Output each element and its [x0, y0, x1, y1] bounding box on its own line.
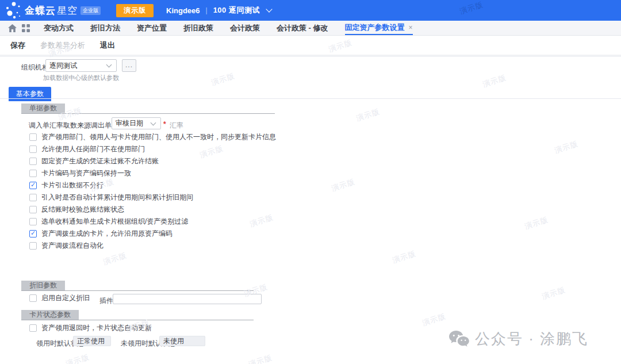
not-in-use-status-field: 未使用: [159, 336, 205, 346]
checkbox[interactable]: [29, 194, 37, 201]
checkbox[interactable]: [29, 206, 37, 213]
checkbox-row[interactable]: 资产领用部门、领用人与卡片使用部门、使用人不一致时，同步更新卡片信息: [29, 131, 276, 143]
tab-label: 变动方式: [44, 23, 74, 33]
plugin-input[interactable]: [113, 294, 262, 304]
custom-depreciation-row[interactable]: 启用自定义折旧: [29, 292, 90, 304]
tab-label: 折旧方法: [90, 23, 120, 33]
top-bar: 金蝶云 星空 企业版 演示版 Kingdee6 | 100 逐同测试: [0, 0, 621, 21]
product-name: Kingdee6: [166, 6, 200, 15]
checkbox-label: 选单收料通知单生成卡片根据组织/资产类别过滤: [41, 217, 188, 227]
checkbox-label: 卡片引出数据不分行: [41, 181, 103, 190]
checkbox-row[interactable]: 固定资产生成的凭证未过账不允许结账: [29, 155, 276, 167]
checkbox[interactable]: [29, 170, 37, 177]
demo-version-badge: 演示版: [116, 4, 154, 17]
exit-button[interactable]: 退出: [100, 40, 115, 51]
footer-brand: 公众号 · 涂鹏飞: [448, 329, 588, 349]
plugin-label: 插件: [99, 296, 113, 306]
rate-source-label: 调入单汇率取数来源调出单: [29, 121, 112, 131]
section-card-status-params: 卡片状态参数: [21, 310, 254, 320]
tab-label: 固定资产参数设置: [345, 22, 405, 33]
checkbox-label: 资产领用退回时，卡片状态自动更新: [41, 323, 152, 333]
tab-accounting-policy-edit[interactable]: 会计政策 - 修改: [277, 21, 328, 35]
checkbox[interactable]: [29, 324, 37, 332]
tab-bar: 变动方式 折旧方法 资产位置 折旧政策 会计政策 会计政策 - 修改 固定资产参…: [0, 21, 621, 36]
topbar-divider: |: [206, 6, 208, 14]
tab-asset-location[interactable]: 资产位置: [137, 21, 167, 35]
checkbox[interactable]: [29, 218, 37, 225]
app-window: 金蝶云 星空 企业版 演示版 Kingdee6 | 100 逐同测试: [0, 0, 621, 364]
checkbox-row[interactable]: 卡片引出数据不分行: [29, 179, 276, 191]
brand-bold: 金蝶云: [25, 4, 56, 17]
checkbox-label: 资产领用部门、领用人与卡片使用部门、使用人不一致时，同步更新卡片信息: [41, 132, 276, 142]
home-icon[interactable]: [8, 24, 17, 32]
chevron-down-icon: [151, 120, 156, 125]
save-button[interactable]: 保存: [10, 40, 25, 51]
tabbar-nav-icons: [8, 21, 30, 35]
in-use-status-field: 正常使用: [73, 336, 111, 346]
checkbox-row[interactable]: 资产调拨流程自动化: [29, 240, 276, 252]
tab-close-icon[interactable]: ×: [409, 24, 413, 32]
org-hint-text: 加载数据中心级的默认参数: [43, 74, 119, 82]
rate-source-value: 审核日期: [112, 118, 151, 128]
chevron-down-icon[interactable]: [266, 6, 272, 12]
checkbox-row[interactable]: 卡片编码与资产编码保持一致: [29, 167, 276, 179]
tab-depreciation-policy[interactable]: 折旧政策: [183, 21, 213, 35]
org-select[interactable]: 逐同测试: [45, 59, 117, 72]
rate-source-select[interactable]: 审核日期: [112, 117, 161, 129]
checkbox[interactable]: [29, 158, 37, 165]
checkbox-row[interactable]: 反结账时校验总账结账状态: [29, 204, 276, 216]
demo-watermark: 演示版: [210, 71, 236, 88]
checkbox[interactable]: [29, 182, 37, 189]
tab-label: 会计政策 - 修改: [277, 23, 328, 33]
checkbox-label: 允许使用人任岗部门不在使用部门: [41, 144, 145, 154]
demo-watermark: 演示版: [523, 214, 550, 232]
wechat-icon: [448, 330, 470, 348]
section-doc-params-title: 单据参数: [21, 104, 65, 113]
chevron-down-icon: [106, 62, 112, 68]
brand-light: 星空: [57, 4, 78, 17]
checkbox[interactable]: [29, 230, 37, 237]
param-diff-analysis-button: 参数差异分析: [40, 40, 85, 51]
footer-brand-text: 公众号 · 涂鹏飞: [475, 329, 588, 349]
org-lookup-button[interactable]: ...: [122, 59, 136, 72]
checkbox[interactable]: [29, 133, 37, 141]
checkbox[interactable]: [29, 294, 37, 302]
section-doc-params: 单据参数: [21, 104, 275, 114]
checkbox-label: 引入时是否自动计算累计使用期间和累计折旧期间: [41, 193, 193, 202]
tab-label: 会计政策: [230, 23, 260, 33]
demo-watermark: 演示版: [355, 106, 381, 124]
tab-change-mode[interactable]: 变动方式: [44, 21, 74, 35]
checkbox-row[interactable]: 资产调拨生成的卡片，允许沿用原资产编码: [29, 228, 276, 240]
tab-depreciation-method[interactable]: 折旧方法: [90, 21, 120, 35]
demo-watermark: 演示版: [330, 177, 356, 194]
account-switcher[interactable]: 100 逐同测试: [213, 5, 260, 16]
demo-watermark: 演示版: [421, 311, 447, 328]
checkbox-row[interactable]: 选单收料通知单生成卡片根据组织/资产类别过滤: [29, 216, 276, 228]
demo-watermark: 演示版: [553, 139, 580, 156]
checkbox[interactable]: [29, 145, 37, 153]
auto-update-card-status-row[interactable]: 资产领用退回时，卡片状态自动更新: [29, 322, 152, 334]
toolbar: 保存 参数差异分析 退出: [0, 36, 621, 55]
checkbox-row[interactable]: 允许使用人任岗部门不在使用部门: [29, 143, 276, 155]
tab-fixed-asset-params-active[interactable]: 固定资产参数设置 ×: [345, 21, 413, 35]
open-tabs: 变动方式 折旧方法 资产位置 折旧政策 会计政策 会计政策 - 修改 固定资产参…: [44, 21, 413, 35]
tab-label: 资产位置: [137, 23, 167, 33]
tab-label: 折旧政策: [183, 23, 213, 33]
basic-params-tab[interactable]: 基本参数: [9, 87, 51, 101]
rate-suffix-label: 汇率: [170, 121, 183, 131]
org-select-value: 逐同测试: [46, 61, 107, 71]
required-asterisk: *: [163, 120, 166, 128]
checkbox-row[interactable]: 引入时是否自动计算累计使用期间和累计折旧期间: [29, 191, 276, 204]
tabstrip-underline: [0, 98, 621, 99]
checkbox[interactable]: [29, 242, 37, 250]
tab-accounting-policy[interactable]: 会计政策: [230, 21, 260, 35]
toolbar-divider-strip: [0, 55, 621, 57]
demo-watermark: 演示版: [391, 248, 417, 266]
demo-watermark: 演示版: [247, 352, 274, 364]
menu-grid-icon[interactable]: [22, 24, 30, 32]
demo-watermark: 演示版: [102, 250, 128, 267]
section-card-status-params-title: 卡片状态参数: [21, 310, 79, 320]
checkbox-label: 卡片编码与资产编码保持一致: [41, 168, 131, 178]
brand-title: 金蝶云 星空: [25, 4, 78, 17]
edition-badge: 企业版: [80, 6, 101, 15]
